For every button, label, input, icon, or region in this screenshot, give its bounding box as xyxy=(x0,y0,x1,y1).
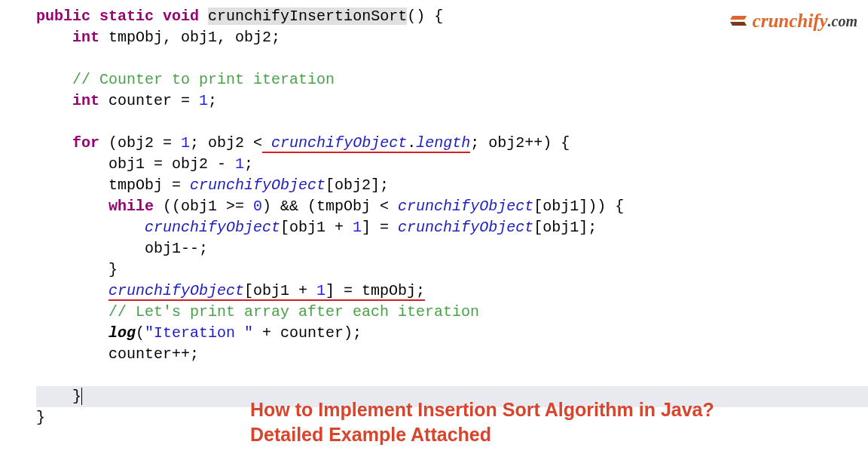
code-line-17: counter++; xyxy=(108,345,199,363)
code-line-9: tmpObj = crunchifyObject[obj2]; xyxy=(108,176,389,194)
code-line-4: // Counter to print iteration xyxy=(72,71,335,88)
logo-icon xyxy=(730,13,750,29)
title-line-1: How to Implement Insertion Sort Algorith… xyxy=(250,397,714,422)
logo-text-main: crunchify xyxy=(753,8,828,34)
logo-text-domain: .com xyxy=(828,11,857,32)
code-line-12: obj1--; xyxy=(145,240,208,257)
code-line-16: log("Iteration " + counter); xyxy=(108,324,362,342)
article-title: How to Implement Insertion Sort Algorith… xyxy=(250,397,714,446)
code-line-20: } xyxy=(36,409,45,426)
code-line-8: obj1 = obj2 - 1; xyxy=(108,155,253,173)
code-line-5: int counter = 1; xyxy=(72,92,217,109)
code-line-10: while ((obj1 >= 0) && (tmpObj < crunchif… xyxy=(108,198,624,215)
code-line-14: crunchifyObject[obj1 + 1] = tmpObj; xyxy=(108,282,425,301)
brand-logo: crunchify .com xyxy=(730,8,857,34)
title-line-2: Detailed Example Attached xyxy=(250,422,714,447)
code-line-1: public static void crunchifyInsertionSor… xyxy=(36,8,443,25)
code-line-7: for (obj2 = 1; obj2 < crunchifyObject.le… xyxy=(72,134,570,153)
code-line-11: crunchifyObject[obj1 + 1] = crunchifyObj… xyxy=(145,219,597,236)
code-line-13: } xyxy=(108,261,118,278)
code-line-2: int tmpObj, obj1, obj2; xyxy=(72,29,280,46)
code-block: public static void crunchifyInsertionSor… xyxy=(0,0,868,428)
code-line-15: // Let's print array after each iteratio… xyxy=(108,303,479,321)
